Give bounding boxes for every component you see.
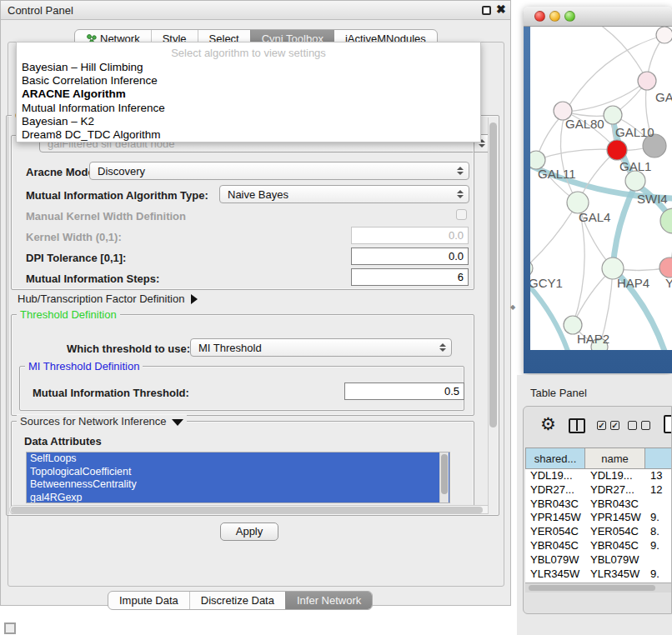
network-node[interactable]	[656, 27, 672, 43]
network-canvas[interactable]: GALGAL80GAL10GAL1GAL11SWI4GAL4GCY1HAP4YH…	[530, 27, 672, 350]
manual-kernel-label: Manual Kernel Width Definition	[26, 210, 186, 222]
attributes-scrollbar-thumb[interactable]	[441, 454, 448, 494]
table-cell[interactable]: 9.	[645, 539, 672, 553]
close-traffic-light[interactable]	[534, 11, 545, 22]
mi-type-combobox[interactable]: Naive Bayes	[219, 185, 469, 203]
table-cell[interactable]: YDR27...	[585, 483, 645, 498]
aracne-mode-combobox[interactable]: Discovery	[89, 162, 469, 180]
settings-vertical-thumb[interactable]	[489, 122, 497, 428]
data-attributes-list: SelfLoopsTopologicalCoefficientBetweenne…	[26, 452, 450, 503]
network-window-frame: GALGAL80GAL10GAL1GAL11SWI4GAL4GCY1HAP4YH…	[524, 27, 672, 373]
table-row[interactable]: YBL079WYBL079W	[525, 553, 672, 568]
data-attribute-item[interactable]: SelfLoops	[27, 452, 449, 466]
column-header-shared...[interactable]: shared...	[525, 448, 585, 469]
table-cell[interactable]: YER054C	[525, 525, 585, 539]
column-header-partial[interactable]	[645, 448, 672, 469]
zoom-traffic-light[interactable]	[564, 11, 575, 22]
table-row[interactable]: YDL19...YDL19...13	[525, 469, 672, 483]
network-node-gal1[interactable]	[607, 140, 627, 160]
table-cell[interactable]: YBR045C	[585, 539, 645, 553]
network-edge	[530, 202, 578, 268]
select-all-checkbox-icon[interactable]	[597, 421, 606, 430]
node-label: HAP2	[577, 332, 609, 346]
network-node-gal10[interactable]	[604, 106, 622, 124]
float-window-icon[interactable]	[482, 6, 491, 15]
network-node-y[interactable]	[659, 258, 672, 278]
bottom-tab-impute-data[interactable]: Impute Data	[108, 592, 189, 609]
algorithm-option[interactable]: Mutual Information Inference	[20, 102, 477, 115]
table-cell[interactable]: YPR145W	[585, 511, 645, 525]
algorithm-option[interactable]: Dream8 DC_TDC Algorithm	[20, 128, 477, 142]
columns-icon[interactable]	[569, 418, 585, 433]
table-cell[interactable]: YLR345W	[585, 568, 645, 582]
table-toolbar: ⚙	[524, 407, 672, 448]
manual-kernel-checkbox	[456, 209, 467, 220]
document-icon[interactable]	[664, 415, 672, 433]
dpi-tolerance-label: DPI Tolerance [0,1]:	[26, 252, 126, 264]
table-cell[interactable]: YDL19...	[525, 469, 585, 483]
network-node-gal[interactable]	[638, 72, 656, 90]
bottom-tab-label: Infer Network	[297, 594, 361, 607]
which-threshold-combobox[interactable]: MI Threshold	[190, 338, 452, 357]
table-cell[interactable]: YLR345W	[525, 568, 585, 582]
table-cell[interactable]: 9.	[645, 568, 672, 582]
node-table: shared...name YDL19...YDL19...13YDR27...…	[525, 448, 672, 582]
apply-button[interactable]: Apply	[220, 522, 278, 541]
table-row[interactable]: YER054CYER054C8.	[525, 525, 672, 539]
table-row[interactable]: YBR043CYBR043C	[525, 498, 672, 512]
deselect-all-checkbox-icon[interactable]	[628, 421, 637, 430]
data-attribute-item[interactable]: TopologicalCoefficient	[27, 466, 449, 479]
bottom-tab-label: Discretize Data	[201, 594, 274, 607]
algorithm-option[interactable]: ARACNE Algorithm	[20, 88, 477, 101]
table-row[interactable]: YBR045CYBR045C9.	[525, 539, 672, 553]
dpi-tolerance-field[interactable]: 0.0	[351, 248, 469, 265]
mi-threshold-field[interactable]: 0.5	[344, 382, 464, 400]
table-row[interactable]: YPR145WYPR145W9.	[525, 511, 672, 525]
table-cell[interactable]: YDL19...	[585, 469, 645, 483]
table-cell[interactable]: YBL079W	[525, 553, 585, 568]
settings-horizontal-thumb[interactable]	[11, 507, 483, 513]
network-node-gcy1[interactable]	[530, 260, 533, 277]
close-icon[interactable]: ✖	[496, 2, 506, 16]
network-window-titlebar	[524, 7, 672, 27]
table-cell[interactable]: YDR27...	[525, 483, 585, 498]
table-cell[interactable]: 8.	[645, 525, 672, 539]
table-row[interactable]: YDR27...YDR27...12	[525, 483, 672, 498]
table-cell[interactable]	[645, 553, 672, 568]
network-node[interactable]	[660, 208, 672, 233]
table-cell[interactable]: 9.	[645, 511, 672, 525]
mi-type-label: Mutual Information Algorithm Type:	[26, 189, 208, 202]
combo-arrows-icon	[457, 167, 463, 175]
algorithm-options-list: Bayesian – Hill ClimbingBasic Correlatio…	[20, 61, 477, 142]
table-horizontal-thumb[interactable]	[529, 585, 655, 591]
column-header-name[interactable]: name	[585, 448, 645, 469]
table-cell[interactable]: YPR145W	[525, 511, 585, 525]
table-cell[interactable]	[645, 498, 672, 512]
table-cell[interactable]: 13	[645, 469, 672, 483]
minimized-panel-icon[interactable]	[4, 622, 16, 634]
table-cell[interactable]: YBR043C	[585, 498, 645, 512]
minimize-traffic-light[interactable]	[549, 11, 560, 22]
bottom-tab-infer-network[interactable]: Infer Network	[285, 592, 372, 609]
deselect-all-checkbox-icon-2[interactable]	[641, 421, 650, 430]
select-all-checkbox-icon-2[interactable]	[610, 421, 619, 430]
data-attribute-item[interactable]: BetweennessCentrality	[27, 478, 449, 492]
gear-icon[interactable]: ⚙	[540, 414, 556, 434]
hub-section-toggle[interactable]: Hub/Transcription Factor Definition	[18, 292, 198, 305]
bottom-tab-discretize-data[interactable]: Discretize Data	[189, 592, 285, 609]
algorithm-option[interactable]: Bayesian – K2	[20, 115, 477, 128]
algorithm-placeholder: Select algorithm to view settings	[17, 47, 480, 59]
table-cell[interactable]: YBL079W	[585, 553, 645, 568]
table-cell[interactable]: 12	[645, 483, 672, 498]
algorithm-dropdown-popup: Select algorithm to view settings Bayesi…	[16, 42, 481, 142]
table-cell[interactable]: YBR045C	[525, 539, 585, 553]
network-node-swi4[interactable]	[625, 171, 645, 191]
table-row[interactable]: YLR345WYLR345W9.	[525, 568, 672, 582]
algorithm-option[interactable]: Bayesian – Hill Climbing	[20, 61, 477, 74]
table-cell[interactable]: YBR043C	[525, 498, 585, 512]
splitter-handle[interactable]: ◆	[510, 305, 514, 309]
table-cell[interactable]: YER054C	[585, 525, 645, 539]
mi-steps-field[interactable]: 6	[351, 268, 469, 286]
algorithm-option[interactable]: Basic Correlation Inference	[20, 74, 477, 88]
data-attribute-item[interactable]: gal4RGexp	[27, 492, 449, 504]
